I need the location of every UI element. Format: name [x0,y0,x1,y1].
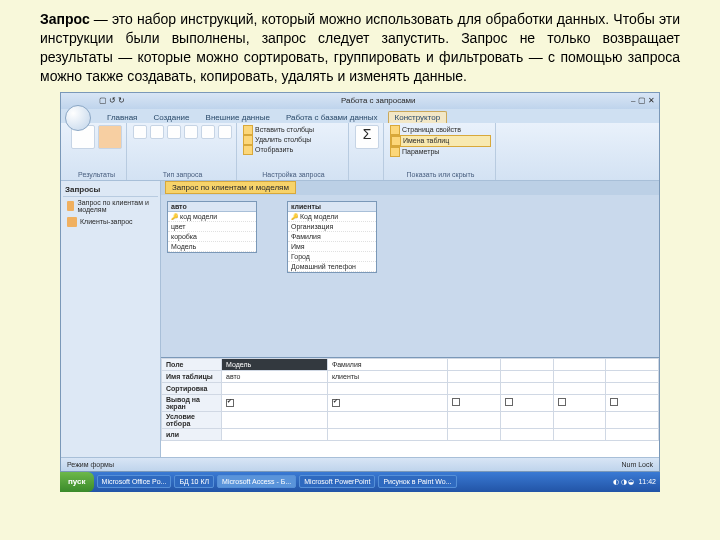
qbe-cell[interactable] [500,411,553,428]
qtype-append-icon[interactable] [167,125,181,139]
table-avto[interactable]: авто код модели цвет коробка Модель [167,201,257,253]
qbe-cell[interactable] [553,370,606,382]
navigation-pane[interactable]: Запросы Запрос по клиентам и моделям Кли… [61,181,161,457]
qbe-cell[interactable] [606,411,659,428]
qbe-cell[interactable] [606,394,659,411]
cmd-show[interactable]: Отобразить [243,145,344,155]
cmd-params[interactable]: Параметры [390,147,491,157]
fld-avto-2[interactable]: коробка [168,232,256,242]
taskbar-item-4[interactable]: Рисунок в Paint Wo... [378,475,456,488]
ribbon-group-results: Результаты [67,123,127,180]
qbe-cell[interactable] [606,370,659,382]
show-checkbox[interactable] [610,398,618,406]
fld-cli-3[interactable]: Имя [288,242,376,252]
slide-caption-bold: Запрос [40,11,90,27]
show-checkbox[interactable] [558,398,566,406]
taskbar-item-3[interactable]: Microsoft PowerPoint [299,475,375,488]
statusbar: Режим формы Num Lock [61,457,659,471]
qbe-cell[interactable] [222,428,328,440]
totals-button[interactable]: Σ [355,125,379,149]
tab-external[interactable]: Внешние данные [200,112,276,123]
tab-design[interactable]: Конструктор [388,111,448,123]
qbe-cell[interactable] [500,358,553,370]
relationship-area[interactable]: авто код модели цвет коробка Модель клие… [161,195,659,357]
nav-item-1[interactable]: Клиенты-запрос [63,215,158,229]
qbe-cell[interactable] [553,358,606,370]
show-checkbox[interactable] [332,399,340,407]
qtype-cross-icon[interactable] [201,125,215,139]
table-clients[interactable]: клиенты Код модели Организация Фамилия И… [287,201,377,273]
qbe-cell[interactable] [448,370,501,382]
fld-avto-1[interactable]: цвет [168,222,256,232]
qbe-cell[interactable]: Фамилия [327,358,447,370]
show-checkbox[interactable] [452,398,460,406]
qbe-cell[interactable]: клиенты [327,370,447,382]
fld-avto-0[interactable]: код модели [168,212,256,222]
taskbar-item-0[interactable]: Microsoft Office Po... [97,475,172,488]
qbe-cell[interactable]: Модель [222,358,328,370]
qbe-cell[interactable] [222,394,328,411]
qtype-make-icon[interactable] [150,125,164,139]
qbe-cell[interactable] [448,394,501,411]
qbe-cell[interactable] [553,411,606,428]
qbe-cell[interactable] [606,358,659,370]
qtype-update-icon[interactable] [184,125,198,139]
qbe-cell[interactable] [553,394,606,411]
fld-avto-3[interactable]: Модель [168,242,256,252]
query-icon [67,217,77,227]
qbe-cell[interactable] [553,382,606,394]
qbe-cell[interactable] [327,382,447,394]
qtype-select-icon[interactable] [133,125,147,139]
qbe-cell[interactable] [448,382,501,394]
show-checkbox[interactable] [505,398,513,406]
doc-tab-active[interactable]: Запрос по клиентам и моделям [165,181,296,194]
fld-cli-2[interactable]: Фамилия [288,232,376,242]
cmd-delete-cols[interactable]: Удалить столбцы [243,135,344,145]
qbe-row-table: Имя таблицы авто клиенты [162,370,659,382]
qbe-cell[interactable] [222,411,328,428]
qbe-cell[interactable] [606,428,659,440]
fld-cli-4[interactable]: Город [288,252,376,262]
tray-icons[interactable]: ◐ ◑ ◒ [613,478,635,486]
qbe-cell[interactable] [500,370,553,382]
system-tray[interactable]: ◐ ◑ ◒ 11:42 [613,478,656,486]
fld-cli-1[interactable]: Организация [288,222,376,232]
office-button[interactable] [65,105,91,131]
start-label: пуск [68,477,86,486]
cmd-prop-sheet[interactable]: Страница свойств [390,125,491,135]
taskbar-item-2[interactable]: Microsoft Access - Б... [217,475,296,488]
start-button[interactable]: пуск [60,472,94,492]
qbe-cell[interactable] [327,428,447,440]
qat[interactable]: ▢ ↺ ↻ [99,96,125,105]
qbe-cell[interactable] [500,394,553,411]
qbe-cell[interactable] [606,382,659,394]
qbe-cell[interactable] [327,411,447,428]
qbe-cell[interactable] [448,358,501,370]
group-qtype-label: Тип запроса [133,171,232,178]
qbe-cell[interactable] [222,382,328,394]
qtype-delete-icon[interactable] [218,125,232,139]
qbe-cell[interactable] [553,428,606,440]
tab-dbtools[interactable]: Работа с базами данных [280,112,384,123]
query-icon [67,201,74,211]
qbe-cell[interactable] [448,428,501,440]
qbe-grid[interactable]: Поле Модель Фамилия Имя таблицы авто кли… [161,357,659,457]
qbe-cell[interactable] [327,394,447,411]
cmd-insert-cols[interactable]: Вставить столбцы [243,125,344,135]
query-designer: Запрос по клиентам и моделям авто код мо… [161,181,659,457]
qbe-cell[interactable] [500,428,553,440]
fld-cli-5[interactable]: Домашний телефон [288,262,376,272]
taskbar-item-1[interactable]: БД 10 КЛ [174,475,214,488]
window-controls[interactable]: – ▢ ✕ [631,96,655,105]
run-button[interactable] [98,125,122,149]
show-checkbox[interactable] [226,399,234,407]
nav-item-0[interactable]: Запрос по клиентам и моделям [63,197,158,215]
tab-create[interactable]: Создание [147,112,195,123]
qbe-cell[interactable] [448,411,501,428]
fld-cli-0[interactable]: Код модели [288,212,376,222]
tab-home[interactable]: Главная [101,112,143,123]
qbe-cell[interactable] [500,382,553,394]
qbe-cell[interactable]: авто [222,370,328,382]
nav-header[interactable]: Запросы [63,183,158,197]
cmd-table-names[interactable]: Имена таблиц [390,135,491,147]
